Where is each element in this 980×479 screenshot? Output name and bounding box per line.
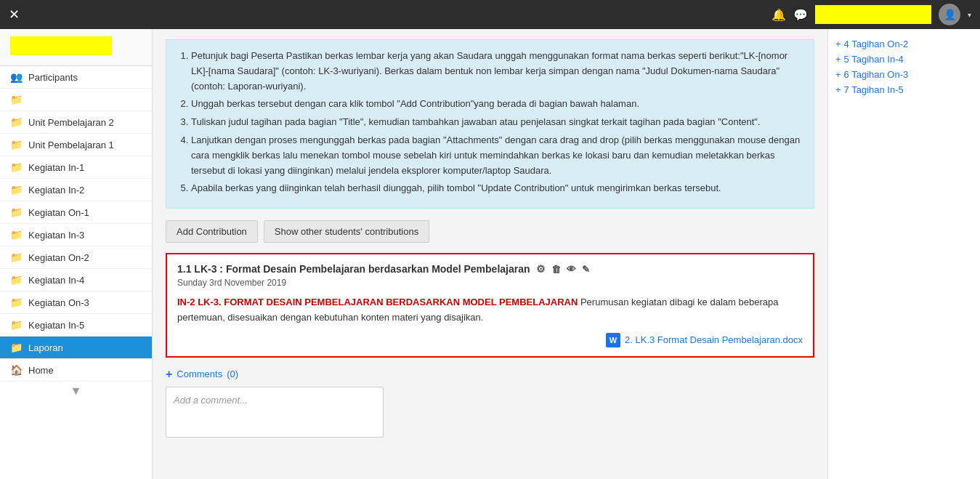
instruction-item-1: Petunjuk bagi Peserta Pastikan berkas le… [191, 49, 802, 94]
topbar: ✕ 🔔 💬 👤 ▾ [0, 0, 980, 29]
attachment-link[interactable]: 2. LK.3 Format Desain Pembelajaran.docx [625, 334, 803, 345]
comments-plus-icon: + [166, 368, 172, 381]
sidebar-item-label: Home [28, 365, 54, 376]
main-content: Petunjuk bagi Peserta Pastikan berkas le… [153, 29, 827, 479]
contribution-title-text: 1.1 LK-3 : Format Desain Pembelajaran be… [177, 263, 530, 275]
folder-icon: 📁 [10, 342, 23, 353]
folder-icon: 📁 [10, 161, 23, 173]
right-sidebar-item-0[interactable]: + 4 Tagihan On-2 [835, 36, 973, 52]
trash-icon[interactable]: 🗑 [551, 264, 561, 275]
sidebar-item-kegiatan-in1[interactable]: 📁 Kegiatan In-1 [0, 156, 152, 179]
sidebar-item-label: Laporan [28, 342, 63, 353]
plus-icon: + [835, 84, 841, 95]
sidebar-item-label: Kegiatan On-3 [28, 297, 89, 308]
folder-icon: 📁 [10, 139, 23, 150]
contribution-body: IN-2 LK-3. FORMAT DESAIN PEMBELAJARAN BE… [177, 295, 803, 326]
instructions-box: Petunjuk bagi Peserta Pastikan berkas le… [166, 39, 814, 209]
sidebar-item-kegiatan-in4[interactable]: 📁 Kegiatan In-4 [0, 269, 152, 291]
sidebar-brand-area [0, 29, 152, 66]
search-input[interactable] [815, 5, 931, 24]
plus-icon: + [835, 69, 841, 80]
instruction-item-3: Tuliskan judul tagihan pada bagian "Titl… [191, 115, 802, 130]
sidebar-item-label: Participants [28, 72, 78, 83]
contribution-card: 1.1 LK-3 : Format Desain Pembelajaran be… [166, 253, 814, 358]
right-sidebar-label: 6 Tagihan On-3 [844, 69, 909, 80]
folder-icon: 📁 [10, 229, 23, 241]
contribution-title: 1.1 LK-3 : Format Desain Pembelajaran be… [177, 263, 803, 275]
right-sidebar-label: 5 Tagihan In-4 [844, 54, 904, 65]
comments-section: + Comments (0) Add a comment... [166, 368, 814, 438]
sidebar-item-unit2[interactable]: 📁 Unit Pembelajaran 2 [0, 111, 152, 134]
sidebar-item-home[interactable]: 🏠 Home [0, 359, 152, 382]
folder-icon: 📁 [10, 184, 23, 196]
instruction-item-2: Unggah berkas tersebut dengan cara klik … [191, 97, 802, 112]
sidebar-item-label: Kegiatan In-4 [28, 275, 84, 286]
sidebar-item-kegiatan-in5[interactable]: 📁 Kegiatan In-5 [0, 314, 152, 337]
folder-icon: 📁 [10, 274, 23, 286]
sidebar-item-laporan[interactable]: 📁 Laporan [0, 337, 152, 359]
sidebar-item-label: Kegiatan In-1 [28, 162, 84, 173]
sidebar-item-kegiatan-in3[interactable]: 📁 Kegiatan In-3 [0, 224, 152, 246]
sidebar-item-label: Kegiatan In-2 [28, 185, 84, 196]
sidebar-item-label: Unit Pembelajaran 2 [28, 117, 114, 128]
right-sidebar: + 4 Tagihan On-2 + 5 Tagihan In-4 + 6 Ta… [827, 29, 980, 479]
avatar[interactable]: 👤 [939, 4, 960, 25]
sidebar-item-kegiatan-in2[interactable]: 📁 Kegiatan In-2 [0, 179, 152, 201]
folder-icon: 📁 [10, 94, 23, 105]
sidebar-item-label: Kegiatan In-3 [28, 230, 84, 241]
sidebar-item-label: Kegiatan On-2 [28, 252, 89, 263]
sidebar-item-label: Kegiatan On-1 [28, 207, 89, 218]
participants-icon: 👥 [10, 71, 23, 83]
sidebar-item-folder[interactable]: 📁 [0, 89, 152, 111]
right-sidebar-item-3[interactable]: + 7 Tagihan In-5 [835, 82, 973, 97]
comments-label: Comments [177, 369, 222, 379]
contribution-date: Sunday 3rd November 2019 [177, 278, 803, 288]
comment-input[interactable]: Add a comment... [166, 387, 384, 438]
show-others-button[interactable]: Show other students' contributions [264, 220, 429, 243]
avatar-dropdown-arrow[interactable]: ▾ [968, 11, 971, 19]
sidebar-brand [10, 36, 112, 55]
instruction-item-4: Lanjutkan dengan proses mengunggah berka… [191, 133, 802, 178]
plus-icon: + [835, 39, 841, 49]
sidebar-item-participants[interactable]: 👥 Participants [0, 66, 152, 89]
sidebar-item-unit1[interactable]: 📁 Unit Pembelajaran 1 [0, 134, 152, 156]
sidebar-item-kegiatan-on1[interactable]: 📁 Kegiatan On-1 [0, 201, 152, 224]
folder-icon: 📁 [10, 206, 23, 218]
folder-icon: 📁 [10, 297, 23, 308]
left-sidebar: 👥 Participants 📁 📁 Unit Pembelajaran 2 📁… [0, 29, 153, 479]
word-icon: W [606, 333, 620, 347]
chat-icon[interactable]: 💬 [793, 8, 808, 22]
folder-icon: 📁 [10, 251, 23, 263]
comments-header[interactable]: + Comments (0) [166, 368, 814, 381]
sidebar-item-kegiatan-on2[interactable]: 📁 Kegiatan On-2 [0, 246, 152, 269]
right-sidebar-item-2[interactable]: + 6 Tagihan On-3 [835, 67, 973, 82]
contribution-attachment: W 2. LK.3 Format Desain Pembelajaran.doc… [177, 333, 803, 347]
right-sidebar-label: 7 Tagihan In-5 [844, 84, 904, 95]
bell-icon[interactable]: 🔔 [772, 8, 786, 22]
contribution-body-highlight: IN-2 LK-3. FORMAT DESAIN PEMBELAJARAN BE… [177, 297, 578, 307]
plus-icon: + [835, 54, 841, 65]
right-sidebar-item-1[interactable]: + 5 Tagihan In-4 [835, 52, 973, 67]
add-contribution-button[interactable]: Add Contribution [166, 220, 258, 243]
right-sidebar-label: 4 Tagihan On-2 [844, 39, 909, 49]
home-icon: 🏠 [10, 364, 23, 376]
edit-icon[interactable]: ✎ [582, 264, 590, 275]
sidebar-item-label: Kegiatan In-5 [28, 320, 84, 331]
gear-icon[interactable]: ⚙ [536, 263, 546, 275]
instruction-item-5: Apabila berkas yang diinginkan telah ber… [191, 181, 802, 196]
sidebar-item-label: Unit Pembelajaran 1 [28, 140, 114, 150]
action-buttons: Add Contribution Show other students' co… [166, 220, 814, 243]
sidebar-item-kegiatan-on3[interactable]: 📁 Kegiatan On-3 [0, 291, 152, 314]
close-button[interactable]: ✕ [9, 7, 20, 23]
scroll-indicator: ▼ [0, 382, 152, 400]
comments-count: (0) [227, 369, 238, 379]
folder-icon: 📁 [10, 319, 23, 331]
folder-icon: 📁 [10, 116, 23, 128]
eye-icon[interactable]: 👁 [567, 264, 576, 275]
